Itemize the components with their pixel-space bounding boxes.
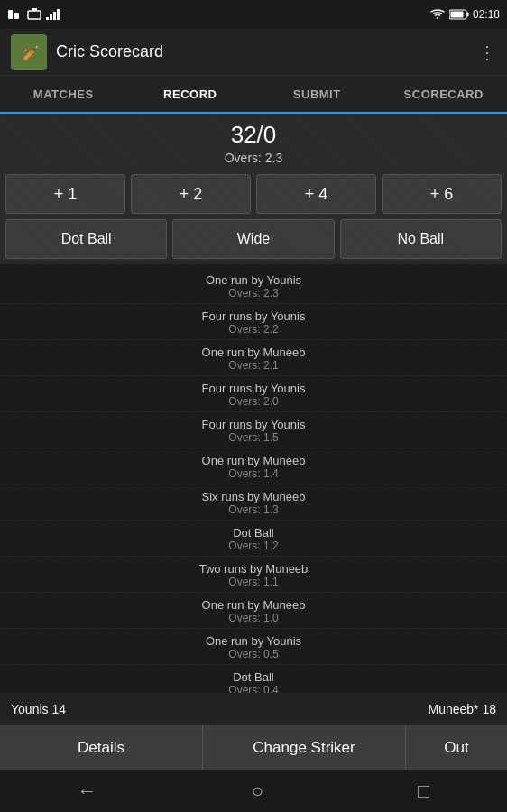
app-menu-icon[interactable]: ⋮ bbox=[478, 42, 496, 63]
events-list: One run by Younis Overs: 2.3 Four runs b… bbox=[0, 264, 507, 693]
wifi-icon bbox=[429, 8, 446, 21]
event-overs: Overs: 0.4 bbox=[0, 684, 507, 693]
no-ball-button[interactable]: No Ball bbox=[340, 219, 502, 259]
overs-display: Overs: 2.3 bbox=[0, 151, 507, 165]
list-item: Six runs by Muneeb Overs: 1.3 bbox=[0, 484, 507, 521]
tab-matches[interactable]: MATCHES bbox=[0, 76, 127, 112]
svg-rect-4 bbox=[46, 17, 49, 20]
time-display: 02:18 bbox=[473, 8, 500, 21]
svg-rect-5 bbox=[50, 14, 52, 20]
player2-score: Muneeb* 18 bbox=[428, 702, 496, 716]
event-overs: Overs: 1.2 bbox=[0, 540, 507, 552]
out-button[interactable]: Out bbox=[406, 725, 507, 770]
event-overs: Overs: 0.5 bbox=[0, 648, 507, 660]
event-description: One run by Muneeb bbox=[0, 454, 507, 467]
app-bar: 🏏 Cric Scorecard ⋮ bbox=[0, 29, 507, 76]
run-button-1[interactable]: + 1 bbox=[5, 174, 125, 214]
app-logo: 🏏 bbox=[11, 34, 47, 70]
list-item: One run by Muneeb Overs: 1.0 bbox=[0, 593, 507, 629]
app-icon-1 bbox=[7, 8, 23, 21]
run-button-2[interactable]: + 2 bbox=[131, 174, 251, 214]
list-item: One run by Muneeb Overs: 2.1 bbox=[0, 340, 507, 376]
nav-bar: ← ○ □ bbox=[0, 770, 507, 812]
run-button-6[interactable]: + 6 bbox=[382, 174, 502, 214]
event-description: Dot Ball bbox=[0, 670, 507, 684]
list-item: Four runs by Younis Overs: 1.5 bbox=[0, 412, 507, 448]
svg-rect-6 bbox=[53, 12, 56, 20]
svg-rect-2 bbox=[28, 11, 41, 19]
event-description: Two runs by Muneeb bbox=[0, 562, 507, 576]
tab-scorecard[interactable]: SCORECARD bbox=[381, 76, 508, 112]
app-icon-2 bbox=[27, 8, 41, 21]
list-item: Four runs by Younis Overs: 2.0 bbox=[0, 376, 507, 412]
event-overs: Overs: 1.5 bbox=[0, 431, 507, 444]
event-overs: Overs: 1.1 bbox=[0, 576, 507, 588]
svg-rect-0 bbox=[8, 10, 13, 19]
event-description: One run by Muneeb bbox=[0, 346, 507, 359]
event-overs: Overs: 1.3 bbox=[0, 503, 507, 516]
score-display: 32/0 bbox=[0, 121, 507, 149]
recent-apps-icon[interactable]: □ bbox=[418, 780, 429, 803]
svg-rect-7 bbox=[57, 9, 60, 20]
tab-record[interactable]: RECORD bbox=[127, 76, 254, 112]
events-container: One run by Younis Overs: 2.3 Four runs b… bbox=[0, 264, 507, 693]
app-title: Cric Scorecard bbox=[56, 42, 163, 61]
list-item: One run by Muneeb Overs: 1.4 bbox=[0, 448, 507, 484]
tab-bar: MATCHES RECORD SUBMIT SCORECARD bbox=[0, 76, 507, 114]
change-striker-button[interactable]: Change Striker bbox=[203, 725, 406, 770]
svg-text:🏏: 🏏 bbox=[22, 44, 40, 61]
event-description: Four runs by Younis bbox=[0, 309, 507, 323]
event-description: Four runs by Younis bbox=[0, 418, 507, 431]
svg-rect-10 bbox=[466, 13, 468, 17]
tab-submit[interactable]: SUBMIT bbox=[254, 76, 381, 112]
svg-rect-1 bbox=[14, 13, 19, 19]
details-button[interactable]: Details bbox=[0, 725, 203, 770]
event-description: One run by Younis bbox=[0, 273, 507, 287]
signal-icon bbox=[45, 8, 61, 21]
event-description: Dot Ball bbox=[0, 526, 507, 540]
event-overs: Overs: 2.0 bbox=[0, 395, 507, 408]
list-item: Two runs by Muneeb Overs: 1.1 bbox=[0, 557, 507, 593]
list-item: One run by Younis Overs: 2.3 bbox=[0, 268, 507, 304]
bottom-score-bar: Younis 14 Muneeb* 18 bbox=[0, 693, 507, 725]
dot-ball-button[interactable]: Dot Ball bbox=[5, 219, 167, 259]
event-description: One run by Muneeb bbox=[0, 598, 507, 612]
event-overs: Overs: 2.3 bbox=[0, 287, 507, 300]
run-buttons-row: + 1 + 2 + 4 + 6 bbox=[0, 169, 507, 219]
status-bar-right: 02:18 bbox=[429, 8, 500, 21]
list-item: One run by Younis Overs: 0.5 bbox=[0, 629, 507, 665]
back-icon[interactable]: ← bbox=[78, 780, 97, 803]
svg-rect-3 bbox=[32, 8, 37, 11]
list-item: Dot Ball Overs: 1.2 bbox=[0, 521, 507, 557]
event-overs: Overs: 2.2 bbox=[0, 323, 507, 336]
player1-score: Younis 14 bbox=[11, 702, 66, 716]
event-description: One run by Younis bbox=[0, 634, 507, 648]
special-buttons-row: Dot Ball Wide No Ball bbox=[0, 219, 507, 264]
run-button-4[interactable]: + 4 bbox=[256, 174, 376, 214]
battery-icon bbox=[449, 9, 469, 20]
status-bar: 02:18 bbox=[0, 0, 507, 29]
event-overs: Overs: 2.1 bbox=[0, 359, 507, 372]
home-icon[interactable]: ○ bbox=[252, 780, 263, 803]
event-overs: Overs: 1.4 bbox=[0, 467, 507, 480]
list-item: Dot Ball Overs: 0.4 bbox=[0, 665, 507, 693]
event-description: Four runs by Younis bbox=[0, 382, 507, 395]
wide-button[interactable]: Wide bbox=[172, 219, 334, 259]
list-item: Four runs by Younis Overs: 2.2 bbox=[0, 304, 507, 340]
svg-point-8 bbox=[437, 17, 438, 19]
score-section: 32/0 Overs: 2.3 bbox=[0, 114, 507, 169]
cricket-logo-icon: 🏏 bbox=[16, 40, 41, 65]
event-description: Six runs by Muneeb bbox=[0, 490, 507, 503]
svg-rect-11 bbox=[450, 12, 463, 18]
status-bar-left bbox=[7, 8, 61, 21]
action-bar: Details Change Striker Out bbox=[0, 725, 507, 770]
event-overs: Overs: 1.0 bbox=[0, 612, 507, 624]
app-bar-left: 🏏 Cric Scorecard bbox=[11, 34, 163, 70]
